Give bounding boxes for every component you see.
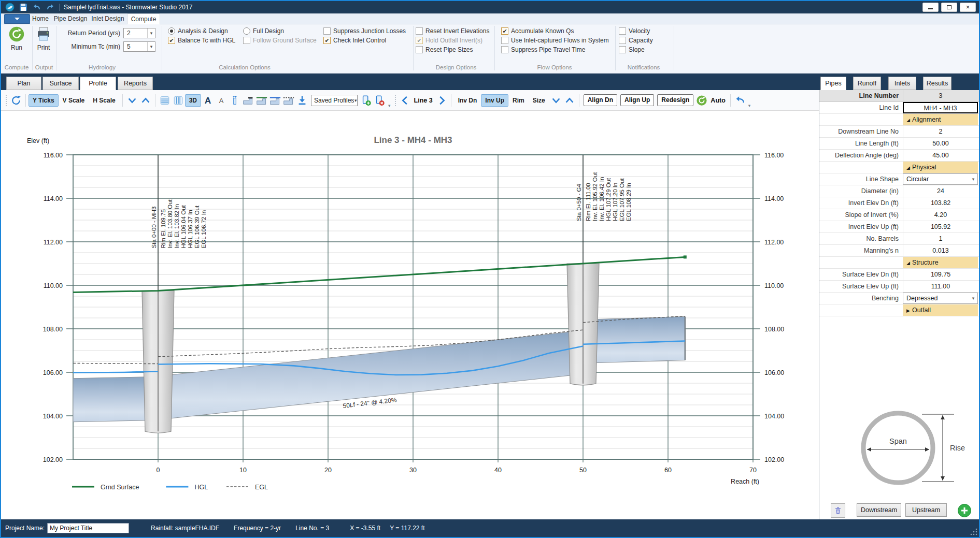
profile-chart[interactable]: 102.00102.00104.00104.00106.00106.00108.… <box>1 111 819 519</box>
toggle-size[interactable]: Size <box>529 94 549 107</box>
toolbar-overflow-icon[interactable]: ▾ <box>748 103 751 110</box>
ground-profile-icon[interactable] <box>255 94 268 107</box>
checkbox-balance-tc-with-hgl[interactable]: ✔Balance Tc with HGL <box>168 37 235 44</box>
align-dn-button[interactable]: Align Dn <box>584 94 617 106</box>
checkbox-hold-outfall-invert-s[interactable]: ✔Hold Outfall Invert(s) <box>416 37 482 44</box>
property-value[interactable]: 24 <box>903 185 978 197</box>
toggle-v-scale[interactable]: V Scale <box>59 94 89 107</box>
checkbox-suppress-junction-losses[interactable]: Suppress Junction Losses <box>323 27 406 35</box>
toggle-3d[interactable]: 3D <box>185 94 201 107</box>
property-value[interactable]: 45.00 <box>903 150 978 161</box>
property-value[interactable]: 1 <box>903 233 978 244</box>
checkbox-accumulate-known-qs[interactable]: ✔Accumulate Known Qs <box>501 27 574 35</box>
checkbox-reset-invert-elevations[interactable]: Reset Invert Elevations <box>416 27 489 35</box>
toolbar-grip[interactable] <box>394 95 396 106</box>
ribbon-tab-pipe-design[interactable]: Pipe Design <box>52 13 89 24</box>
font-large-icon[interactable]: A <box>201 94 215 107</box>
ribbon-tab-inlet-design[interactable]: Inlet Design <box>90 13 126 24</box>
run-button[interactable]: Run <box>8 26 25 51</box>
save-icon[interactable] <box>19 3 28 12</box>
checkbox-capacity[interactable]: Capacity <box>619 37 653 44</box>
property-value[interactable]: 3 <box>903 90 978 101</box>
toggle-rim[interactable]: Rim <box>508 94 529 107</box>
checkbox-slope[interactable]: Slope <box>619 46 645 53</box>
maximize-button[interactable] <box>941 3 957 12</box>
refresh-icon[interactable] <box>9 94 23 107</box>
app-icon[interactable] <box>5 3 15 12</box>
checkbox-follow-ground-surface[interactable]: Follow Ground Surface <box>243 37 317 44</box>
section-header-alignment[interactable]: ◢Alignment <box>903 114 978 125</box>
manhole-icon[interactable] <box>228 94 242 107</box>
return-period-select[interactable]: 2▾ <box>123 28 155 38</box>
section-header-structure[interactable]: ◢Structure <box>903 257 978 268</box>
property-value[interactable]: 105.92 <box>903 221 978 232</box>
property-value[interactable]: Depressed▾ <box>903 293 978 304</box>
radio-analysis-design[interactable]: Analysis & Design <box>168 27 228 35</box>
property-value[interactable]: 0.013 <box>903 245 978 256</box>
close-button[interactable]: × <box>960 3 976 12</box>
ribbon-tab-home[interactable]: Home <box>30 13 51 24</box>
next-line-icon[interactable] <box>435 94 448 107</box>
toggle-inv-dn[interactable]: Inv Dn <box>454 94 481 107</box>
view-tab-profile[interactable]: Profile <box>80 77 116 90</box>
chevron-up-icon[interactable] <box>139 94 152 107</box>
property-value[interactable]: 111.00 <box>903 281 978 292</box>
min-tc-select[interactable]: 5▾ <box>123 41 155 52</box>
property-value[interactable]: 109.75 <box>903 269 978 280</box>
minimize-button[interactable] <box>922 3 939 12</box>
redesign-button[interactable]: Redesign <box>657 94 693 106</box>
section-header-outfall[interactable]: ▶Outfall <box>903 304 978 316</box>
pipe-segment[interactable] <box>583 316 685 363</box>
align-up-button[interactable]: Align Up <box>620 94 654 106</box>
add-profile-icon[interactable] <box>360 94 373 107</box>
property-value[interactable]: Circular▾ <box>903 173 978 185</box>
delete-profile-icon[interactable] <box>373 94 387 107</box>
panel-tab-pipes[interactable]: Pipes <box>820 77 846 90</box>
toggle-inv-up[interactable]: Inv Up <box>481 94 508 107</box>
egl-profile-icon[interactable] <box>282 94 295 107</box>
property-value[interactable]: 103.82 <box>903 197 978 209</box>
v-gridlines-icon[interactable] <box>172 94 185 107</box>
property-value[interactable]: 2 <box>903 126 978 137</box>
undo-icon[interactable] <box>733 94 747 107</box>
export-icon[interactable] <box>295 94 309 107</box>
undo-icon[interactable] <box>32 3 41 12</box>
saved-profiles-select[interactable]: Saved Profiles▾ <box>311 95 358 106</box>
section-header-physical[interactable]: ◢Physical <box>903 162 978 173</box>
checkbox-use-inlet-captured-flows-in-system[interactable]: Use Inlet-captured Flows in System <box>501 37 609 44</box>
hgl-profile-icon[interactable] <box>268 94 282 107</box>
chevron-down-icon[interactable] <box>549 94 563 107</box>
property-value[interactable]: MH4 - MH3 <box>903 102 978 113</box>
font-small-icon[interactable]: A <box>215 94 228 107</box>
property-value[interactable]: 50.00 <box>903 138 978 149</box>
panel-tab-runoff[interactable]: Runoff <box>853 77 881 90</box>
resize-grip[interactable] <box>970 528 977 535</box>
checkbox-check-inlet-control[interactable]: ✔Check Inlet Control <box>323 37 386 44</box>
upstream-button[interactable]: Upstream <box>905 503 947 517</box>
radio-full-design[interactable]: Full Design <box>243 27 284 35</box>
panel-tab-results[interactable]: Results <box>923 77 951 90</box>
add-line-button[interactable] <box>957 503 972 518</box>
panel-tab-inlets[interactable]: Inlets <box>888 77 916 90</box>
pipe-profile-icon[interactable] <box>242 94 255 107</box>
toggle-h-scale[interactable]: H Scale <box>89 94 119 107</box>
chevron-up-icon[interactable] <box>563 94 576 107</box>
prev-line-icon[interactable] <box>399 94 412 107</box>
delete-line-button[interactable] <box>831 503 845 518</box>
print-button[interactable]: Print <box>35 26 52 51</box>
downstream-button[interactable]: Downstream <box>857 503 901 517</box>
view-tab-reports[interactable]: Reports <box>118 77 153 90</box>
chevron-down-icon[interactable] <box>125 94 139 107</box>
view-tab-plan[interactable]: Plan <box>6 77 41 90</box>
auto-run-icon[interactable] <box>695 94 708 107</box>
project-name-input[interactable] <box>47 523 129 533</box>
redo-icon[interactable] <box>46 3 55 12</box>
ribbon-tab-compute[interactable]: Compute <box>127 13 160 24</box>
h-gridlines-icon[interactable] <box>158 94 172 107</box>
checkbox-velocity[interactable]: Velocity <box>619 27 650 35</box>
property-value[interactable]: 4.20 <box>903 209 978 221</box>
checkbox-reset-pipe-sizes[interactable]: Reset Pipe Sizes <box>416 46 473 53</box>
toolbar-grip[interactable] <box>5 95 7 106</box>
toolbar-overflow-icon[interactable]: ▾ <box>388 103 391 110</box>
toggle-y-ticks[interactable]: Y Ticks <box>29 94 59 107</box>
